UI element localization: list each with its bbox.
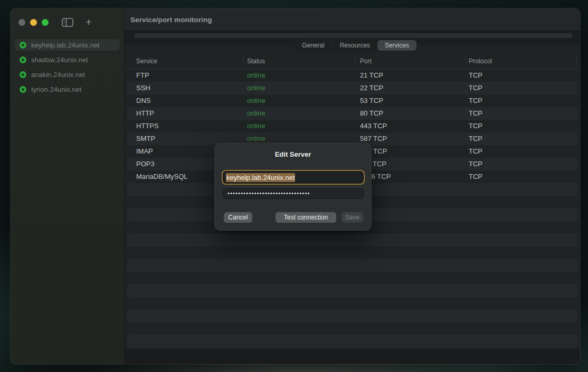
bottom-bar	[125, 349, 580, 364]
table-row[interactable]: FTPonline21 TCPTCP	[125, 69, 580, 82]
table-row-empty	[125, 322, 580, 335]
cell-status: online	[247, 107, 265, 120]
table-row[interactable]: SSHonline22 TCPTCP	[125, 82, 580, 94]
add-server-button[interactable]: +	[82, 16, 96, 28]
column-header-service[interactable]: Service	[136, 58, 157, 65]
cell-service: DNS	[136, 94, 150, 107]
page-title: Service/port monitoring	[130, 16, 212, 24]
server-status-dot-icon	[20, 71, 26, 78]
plus-icon: +	[86, 17, 92, 27]
content-scroll-edge	[134, 33, 573, 38]
close-button[interactable]	[18, 19, 25, 26]
password-input[interactable]: •••••••••••••••••••••••••••••••	[223, 188, 364, 199]
cell-service: IMAP	[136, 145, 153, 158]
table-row-empty	[125, 234, 580, 246]
sidebar-item-server[interactable]: shadow.24unix.net	[15, 54, 120, 65]
tab-bar: General Resources Services	[294, 40, 417, 51]
cell-service: HTTPS	[136, 120, 159, 132]
server-name: tyrion.24unix.net	[31, 85, 81, 93]
server-list: keyhelp.lab.24unix.net shadow.24unix.net…	[11, 36, 124, 98]
table-row[interactable]: HTTPSonline443 TCPTCP	[125, 120, 580, 132]
server-status-dot-icon	[20, 42, 26, 49]
cell-protocol: TCP	[469, 94, 482, 107]
column-divider	[355, 55, 355, 65]
host-input-selected-text: keyhelp.lab.24unix.net	[226, 173, 295, 182]
server-status-dot-icon	[20, 86, 26, 93]
dialog-title: Edit Server	[214, 142, 372, 158]
cell-service: HTTP	[136, 107, 154, 120]
cell-status: online	[247, 69, 265, 82]
table-row-empty	[125, 297, 580, 310]
cell-service: MariaDB/MySQL	[136, 170, 188, 183]
column-header-protocol[interactable]: Protocol	[469, 58, 492, 65]
cell-status: online	[247, 120, 265, 132]
sidebar: + keyhelp.lab.24unix.net shadow.24unix.n…	[11, 8, 125, 364]
cell-protocol: TCP	[469, 145, 482, 158]
cell-status: online	[247, 94, 265, 107]
sidebar-item-server[interactable]: keyhelp.lab.24unix.net	[15, 39, 120, 51]
server-name: anakin.24unix.net	[31, 71, 85, 79]
host-input-focus-ring: keyhelp.lab.24unix.net	[222, 170, 365, 185]
zoom-button[interactable]	[42, 19, 49, 26]
edit-server-dialog: Edit Server keyhelp.lab.24unix.net •••••…	[214, 142, 372, 231]
table-row-empty	[125, 335, 580, 348]
server-status-dot-icon	[20, 56, 26, 63]
table-row-empty	[125, 246, 580, 259]
column-divider	[466, 55, 466, 65]
table-row[interactable]: DNSonline53 TCPTCP	[125, 94, 580, 107]
column-header-port[interactable]: Port	[360, 58, 372, 65]
cell-port: 53 TCP	[360, 94, 383, 107]
sidebar-item-server[interactable]: tyrion.24unix.net	[15, 83, 120, 95]
cell-port: 443 TCP	[360, 120, 387, 132]
tab-resources[interactable]: Resources	[333, 40, 377, 51]
cell-port: 80 TCP	[360, 107, 383, 120]
table-row[interactable]: HTTPonline80 TCPTCP	[125, 107, 580, 120]
sidebar-icon	[62, 18, 73, 27]
cell-protocol: TCP	[469, 69, 482, 82]
cell-port: 22 TCP	[360, 82, 383, 94]
test-connection-button[interactable]: Test connection	[276, 212, 336, 223]
toggle-sidebar-button[interactable]	[61, 16, 74, 28]
cell-protocol: TCP	[469, 158, 482, 170]
cell-protocol: TCP	[469, 82, 482, 94]
cell-status: online	[247, 82, 265, 94]
titlebar-traffic-lights: +	[11, 8, 124, 36]
password-masked-text: •••••••••••••••••••••••••••••••	[227, 190, 310, 196]
cell-protocol: TCP	[469, 132, 482, 145]
cell-service: FTP	[136, 69, 149, 82]
sidebar-item-server[interactable]: anakin.24unix.net	[15, 69, 120, 80]
cell-protocol: TCP	[469, 120, 482, 132]
cell-service: SSH	[136, 82, 150, 94]
minimize-button[interactable]	[30, 19, 37, 26]
table-row-empty	[125, 272, 580, 284]
column-header-status[interactable]: Status	[247, 58, 265, 65]
cell-protocol: TCP	[469, 170, 482, 183]
server-name: keyhelp.lab.24unix.net	[31, 41, 99, 49]
host-input[interactable]: keyhelp.lab.24unix.net	[223, 171, 364, 184]
column-divider	[576, 55, 577, 65]
cell-service: SMTP	[136, 132, 155, 145]
table-row-empty	[125, 259, 580, 272]
save-button[interactable]: Save	[342, 212, 363, 223]
server-name: shadow.24unix.net	[31, 56, 88, 64]
tab-general[interactable]: General	[295, 40, 332, 51]
desktop-wallpaper: + keyhelp.lab.24unix.net shadow.24unix.n…	[0, 0, 588, 372]
table-row-empty	[125, 310, 580, 322]
table-row-empty	[125, 284, 580, 297]
column-divider	[243, 55, 243, 65]
cancel-button[interactable]: Cancel	[224, 212, 252, 223]
tab-services[interactable]: Services	[377, 40, 416, 51]
cell-protocol: TCP	[469, 107, 482, 120]
titlebar: Service/port monitoring	[125, 8, 580, 31]
cell-service: POP3	[136, 158, 155, 170]
cell-port: 21 TCP	[360, 69, 383, 82]
